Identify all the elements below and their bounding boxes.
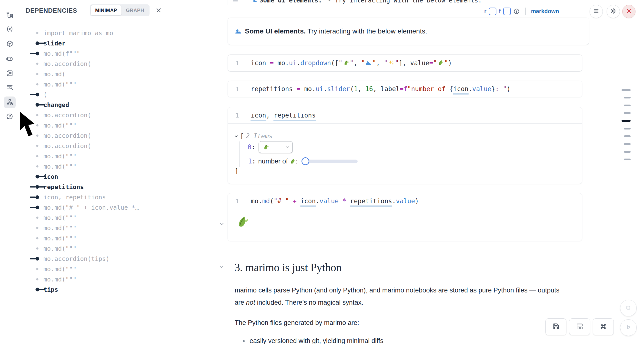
minimap-item[interactable]: mo.md( [20,69,171,79]
layout-toggle-button[interactable] [569,318,590,335]
minimap-item[interactable]: tips [20,284,171,295]
minimap-item[interactable]: icon [20,171,171,182]
close-icon [155,7,162,15]
sidebar-variables-button[interactable] [4,23,16,35]
code-cell-md-heading: 1 mo.md("# " + icon.value * repetitions.… [228,193,582,241]
gutter-divider [246,0,247,5]
minimap-item[interactable]: mo.md(f""" [20,48,171,59]
minimap-item[interactable]: mo.md(""" [20,274,171,284]
dropdown-select[interactable] [258,141,293,153]
minimap-item[interactable]: mo.accordion( [20,110,171,120]
close-panel-button[interactable] [154,6,163,15]
minimap-item[interactable]: mo.md("# " + icon.value *… [20,202,171,213]
collapse-section-chevron-icon[interactable] [219,264,224,269]
minimap-item[interactable]: mo.md(""" [20,264,171,274]
sidebar-file-explorer-button[interactable] [4,9,16,21]
minimap-item[interactable]: repetitions [20,182,171,192]
notebook-menu-button[interactable] [590,5,603,18]
run-button[interactable] [620,319,637,336]
array-output-header[interactable]: [ 2 Items [234,132,272,140]
scroll-minimap-dash[interactable] [624,151,630,153]
dataflow-marker-icon [20,182,44,192]
sidebar-dependencies-button[interactable] [4,96,16,108]
markdown-cell-editor[interactable]: Some UI elements. - Try interacting with… [228,0,582,5]
minimap-item[interactable]: mo.md(""" [20,223,171,233]
markdown-output: Some UI elements. Try interacting with t… [228,18,589,45]
scroll-minimap-dash-current[interactable] [622,120,630,122]
minimap-item[interactable]: ( [20,89,171,100]
scroll-minimap-dash[interactable] [624,143,630,145]
shutdown-button[interactable] [622,5,636,18]
minimap-item[interactable]: mo.md(""" [20,233,171,243]
scroll-minimap-dash[interactable] [624,135,630,137]
scroll-minimap-dash[interactable] [624,128,630,129]
code-line: repetitions = mo.ui.slider(1, 16, label=… [247,81,510,97]
minimap-item[interactable]: mo.md(""" [20,213,171,223]
sidebar-snippets-button[interactable] [4,67,16,79]
scroll-minimap-dash[interactable] [624,158,630,160]
cell-code-editor[interactable]: 1 mo.md("# " + icon.value * repetitions.… [228,193,582,209]
scroll-minimap-dash[interactable] [622,89,630,91]
cell-code-editor[interactable]: 1 icon, repetitions [228,107,582,123]
wave-emoji [235,27,242,35]
array-index-1: 1: [248,157,256,165]
minimap-item-label: mo.md(""" [44,266,76,273]
collapse-output-chevron-icon[interactable] [219,221,224,227]
sidebar-packages-button[interactable] [4,38,16,50]
chevron-down-icon [234,134,238,138]
stop-icon [625,304,632,312]
dependencies-panel: DEPENDENCIES MINIMAP GRAPH import marimo… [20,0,171,344]
minimap-item[interactable]: slider [20,38,171,48]
tab-graph[interactable]: GRAPH [122,5,148,15]
scroll-minimap-dash[interactable] [624,112,630,114]
minimap-item-label: mo.accordion( [44,142,91,149]
cell-code-editor[interactable]: 1 repetitions = mo.ui.slider(1, 16, labe… [228,81,582,97]
cell-code-editor[interactable]: 1 icon = mo.ui.dropdown(["", "", ""], va… [228,55,582,71]
minimap-item[interactable]: changed [20,100,171,110]
command-palette-button[interactable] [593,318,614,335]
minimap-item-label: mo.md(""" [44,163,76,170]
array-open-bracket: [ [240,132,244,140]
dataflow-marker-icon [20,254,44,264]
minimap-item[interactable]: import marimo as mo [20,28,171,38]
minimap-item[interactable]: mo.md(""" [20,243,171,254]
helper-panel-rail [0,0,20,344]
sidebar-ai-chat-button[interactable] [4,53,16,65]
info-icon[interactable] [513,8,520,15]
layout-icon [576,322,584,331]
dataflow-marker-icon [20,264,44,274]
array-item-1: 1: number of : [248,156,358,166]
tab-minimap[interactable]: MINIMAP [91,5,122,15]
stop-button[interactable] [620,300,637,316]
minimap-item[interactable]: mo.md(""" [20,120,171,130]
minimap-item-label: mo.accordion( [44,132,91,139]
slider-track[interactable] [305,160,358,163]
minimap-item-label: mo.md(""" [44,153,76,160]
sidebar-help-button[interactable] [4,111,16,122]
sidebar-logs-button[interactable] [4,82,16,93]
minimap-item[interactable]: mo.accordion( [20,59,171,69]
mouse-cursor [18,110,42,138]
dataflow-marker-icon [20,48,44,59]
markdown-cell-toolbar: r f markdown [484,5,559,18]
minimap-item-label: mo.md(""" [44,225,76,232]
slider-handle[interactable] [302,157,309,165]
variables-icon [6,25,14,33]
scroll-minimap-dash[interactable] [624,105,630,106]
minimap-item[interactable]: mo.accordion(tips) [20,254,171,264]
minimap-item[interactable]: mo.md(""" [20,161,171,171]
paragraph-1: marimo cells parse Python (and only Pyth… [235,284,574,309]
minimap-item[interactable]: mo.accordion( [20,141,171,151]
minimap-item[interactable]: mo.md(""" [20,79,171,89]
minimap-item[interactable]: icon, repetitions [20,192,171,202]
minimap-item[interactable]: mo.accordion( [20,130,171,141]
f-toggle-checkbox[interactable] [503,8,511,15]
scroll-minimap-dash[interactable] [624,97,630,98]
minimap-item[interactable]: mo.md(""" [20,151,171,161]
dependencies-icon [6,99,14,106]
settings-button[interactable] [607,5,620,18]
cell-language-label[interactable]: markdown [531,8,559,15]
r-toggle-checkbox[interactable] [489,8,496,15]
save-button[interactable] [546,318,566,335]
paragraph-2: The Python files generated by marimo are… [235,317,574,329]
